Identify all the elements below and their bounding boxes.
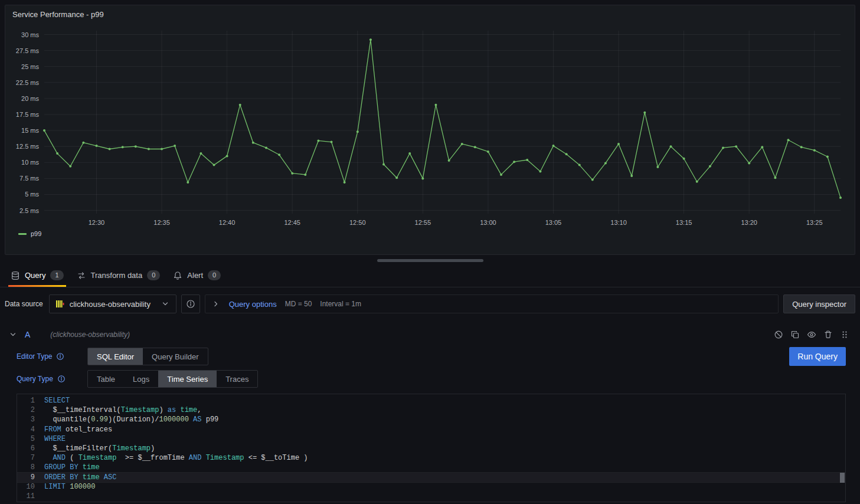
svg-text:12:55: 12:55: [415, 219, 431, 226]
line-content: LIMIT 100000: [44, 483, 95, 491]
editor-type-segmented: SQL EditorQuery Builder: [87, 348, 208, 365]
editor-type-label-group: Editor Type: [17, 352, 87, 361]
svg-text:13:05: 13:05: [545, 219, 562, 226]
legend-label[interactable]: p99: [31, 230, 41, 237]
svg-text:7.5 ms: 7.5 ms: [19, 175, 40, 182]
svg-text:17.5 ms: 17.5 ms: [16, 111, 40, 118]
svg-text:12:50: 12:50: [349, 219, 366, 226]
line-content: WHERE: [44, 435, 66, 443]
line-number: 2: [17, 406, 44, 414]
tab-label: Alert: [187, 271, 203, 280]
query-type-label-group: Query Type: [17, 375, 87, 383]
timeseries-chart[interactable]: 30 ms27.5 ms25 ms22.5 ms20 ms17.5 ms15 m…: [11, 22, 849, 229]
tab-count-badge: 0: [147, 270, 160, 280]
code-line-8[interactable]: 8GROUP BY time: [17, 463, 845, 472]
max-data-points-value: MD = 50: [285, 300, 312, 308]
line-content: quantile(0.99)(Duration)/1000000 AS p99: [44, 415, 218, 424]
chart-legend[interactable]: p99: [11, 229, 849, 238]
svg-text:13:25: 13:25: [806, 219, 823, 226]
interval-value: Interval = 1m: [320, 300, 361, 308]
svg-text:22.5 ms: 22.5 ms: [16, 79, 40, 86]
query-type-option-traces[interactable]: Traces: [217, 371, 257, 387]
tab-alert[interactable]: Alert0: [167, 265, 227, 287]
chevron-right-icon[interactable]: [211, 299, 221, 309]
disable-query-icon[interactable]: [774, 330, 783, 339]
chevron-down-icon: [161, 299, 170, 309]
grafana-panel-editor: Service Performance - p99 30 ms27.5 ms25…: [0, 5, 860, 502]
svg-text:20 ms: 20 ms: [21, 95, 39, 102]
datasource-picker[interactable]: clickhouse-observability: [49, 294, 176, 313]
svg-text:13:20: 13:20: [741, 219, 757, 226]
editor-type-option-query-builder[interactable]: Query Builder: [143, 348, 207, 365]
query-row-header[interactable]: A (clickhouse-observability): [0, 326, 860, 343]
datasource-help-button[interactable]: [181, 294, 200, 313]
query-row-a: A (clickhouse-observability) Editor Type…: [0, 326, 860, 502]
tab-transform-data[interactable]: Transform data0: [71, 265, 166, 287]
line-number: 6: [17, 444, 44, 453]
line-content: AND ( Timestamp >= $__fromTime AND Times…: [44, 454, 308, 462]
code-line-6[interactable]: 6 $__timeFilter(Timestamp): [17, 444, 845, 453]
sql-editor[interactable]: 1SELECT2 $__timeInterval(Timestamp) as t…: [17, 394, 846, 502]
sql-code[interactable]: 1SELECT2 $__timeInterval(Timestamp) as t…: [17, 396, 845, 501]
query-type-option-time-series[interactable]: Time Series: [158, 371, 217, 387]
run-query-button[interactable]: Run Query: [789, 347, 846, 366]
line-number: 7: [17, 454, 44, 462]
line-number: 4: [17, 426, 44, 434]
code-line-4[interactable]: 4FROM otel_traces: [17, 425, 845, 434]
query-type-row: Query Type TableLogsTime SeriesTraces: [17, 370, 846, 388]
svg-text:25 ms: 25 ms: [21, 63, 39, 70]
drag-handle-icon[interactable]: [840, 330, 849, 339]
code-line-9[interactable]: 9ORDER BY time ASC: [17, 473, 845, 482]
code-line-1[interactable]: 1SELECT: [17, 396, 845, 405]
code-line-2[interactable]: 2 $__timeInterval(Timestamp) as time,: [17, 405, 845, 415]
remove-query-icon[interactable]: [823, 330, 833, 339]
svg-text:12.5 ms: 12.5 ms: [16, 143, 40, 150]
duplicate-query-icon[interactable]: [790, 330, 800, 339]
svg-text:12:45: 12:45: [284, 219, 300, 226]
query-options-toggle[interactable]: Query options: [229, 300, 277, 309]
svg-text:2.5 ms: 2.5 ms: [19, 207, 40, 214]
datasource-label: Data source: [5, 300, 43, 308]
svg-text:15 ms: 15 ms: [21, 127, 39, 134]
query-ref-id[interactable]: A: [25, 330, 30, 339]
tab-query[interactable]: Query1: [5, 265, 70, 287]
bell-icon: [173, 271, 182, 280]
line-content: SELECT: [44, 397, 70, 405]
line-number: 9: [17, 473, 44, 482]
svg-text:13:10: 13:10: [610, 219, 627, 226]
datasource-bar: Data source clickhouse-observability Que…: [5, 294, 855, 313]
svg-text:13:00: 13:00: [480, 219, 496, 226]
editor-type-row: Editor Type SQL EditorQuery Builder Run …: [17, 347, 846, 366]
line-number: 3: [17, 415, 44, 424]
svg-text:12:40: 12:40: [219, 219, 236, 226]
panel-resize-handle[interactable]: [377, 259, 483, 262]
hide-response-icon[interactable]: [807, 330, 816, 339]
clickhouse-logo-icon: [55, 299, 65, 309]
tab-count-badge: 1: [50, 270, 63, 280]
database-icon: [11, 271, 20, 280]
info-circle-icon[interactable]: [57, 375, 66, 383]
code-line-7[interactable]: 7 AND ( Timestamp >= $__fromTime AND Tim…: [17, 453, 845, 463]
svg-text:30 ms: 30 ms: [21, 31, 39, 38]
svg-text:12:30: 12:30: [89, 219, 105, 226]
query-type-option-table[interactable]: Table: [88, 371, 124, 387]
line-number: 11: [17, 492, 44, 500]
panel-title[interactable]: Service Performance - p99: [11, 9, 849, 22]
svg-text:5 ms: 5 ms: [25, 191, 39, 198]
code-line-11[interactable]: 11: [17, 492, 845, 501]
editor-type-option-sql-editor[interactable]: SQL Editor: [88, 348, 143, 365]
legend-swatch: [18, 233, 27, 235]
query-inspector-button[interactable]: Query inspector: [783, 294, 855, 313]
editor-tabs: Query1Transform data0Alert0: [0, 265, 860, 287]
code-line-5[interactable]: 5WHERE: [17, 434, 845, 444]
query-type-option-logs[interactable]: Logs: [124, 371, 158, 387]
timeseries-panel: Service Performance - p99 30 ms27.5 ms25…: [5, 5, 855, 255]
info-circle-icon[interactable]: [56, 352, 64, 361]
svg-text:27.5 ms: 27.5 ms: [16, 47, 40, 54]
code-line-10[interactable]: 10LIMIT 100000: [17, 482, 845, 492]
tab-count-badge: 0: [208, 270, 221, 280]
code-line-3[interactable]: 3 quantile(0.99)(Duration)/1000000 AS p9…: [17, 415, 845, 424]
editor-scrollbar-thumb[interactable]: [840, 473, 845, 483]
query-options-bar[interactable]: Query options MD = 50 Interval = 1m: [205, 294, 779, 313]
collapse-chevron-icon[interactable]: [8, 330, 18, 339]
